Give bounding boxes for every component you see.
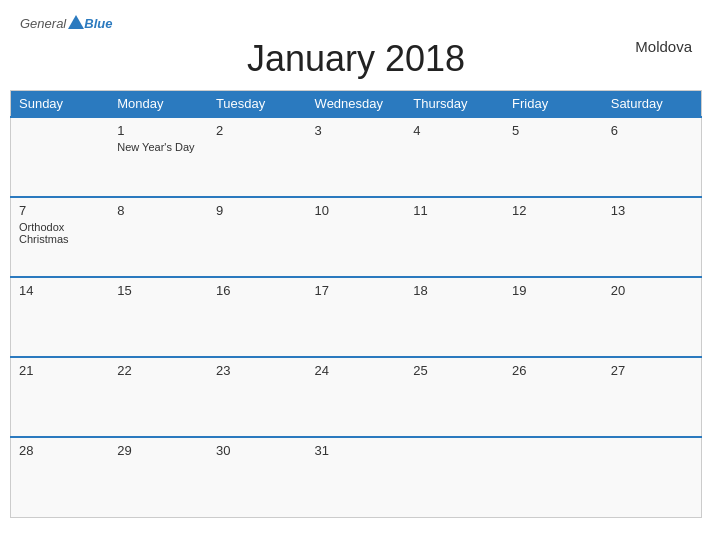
calendar-cell: 4 [405, 117, 504, 197]
calendar-cell: 6 [603, 117, 702, 197]
day-number: 23 [216, 363, 299, 378]
calendar-cell: 31 [307, 437, 406, 517]
logo: General Blue [20, 15, 112, 31]
calendar-cell: 21 [11, 357, 110, 437]
logo-blue: Blue [84, 16, 112, 31]
weekday-header-wednesday: Wednesday [307, 91, 406, 118]
calendar-cell: 26 [504, 357, 603, 437]
day-number: 29 [117, 443, 200, 458]
calendar-cell: 18 [405, 277, 504, 357]
calendar-cell: 1New Year's Day [109, 117, 208, 197]
country-label: Moldova [635, 38, 692, 55]
weekday-header-monday: Monday [109, 91, 208, 118]
day-number: 11 [413, 203, 496, 218]
calendar-cell: 30 [208, 437, 307, 517]
calendar-cell: 13 [603, 197, 702, 277]
calendar-cell: 23 [208, 357, 307, 437]
day-number: 9 [216, 203, 299, 218]
calendar-cell: 2 [208, 117, 307, 197]
day-number: 25 [413, 363, 496, 378]
calendar-cell [504, 437, 603, 517]
day-number: 21 [19, 363, 101, 378]
calendar-title: January 2018 [247, 38, 465, 80]
calendar-cell: 12 [504, 197, 603, 277]
day-number: 10 [315, 203, 398, 218]
day-number: 18 [413, 283, 496, 298]
day-number: 20 [611, 283, 693, 298]
calendar-cell: 22 [109, 357, 208, 437]
calendar-cell: 17 [307, 277, 406, 357]
day-number: 5 [512, 123, 595, 138]
calendar-cell: 16 [208, 277, 307, 357]
calendar-cell: 28 [11, 437, 110, 517]
day-number: 16 [216, 283, 299, 298]
weekday-header-sunday: Sunday [11, 91, 110, 118]
calendar-cell: 5 [504, 117, 603, 197]
day-number: 27 [611, 363, 693, 378]
calendar-cell: 11 [405, 197, 504, 277]
holiday-name: New Year's Day [117, 141, 200, 153]
day-number: 31 [315, 443, 398, 458]
calendar-week-row: 28293031 [11, 437, 702, 517]
day-number: 30 [216, 443, 299, 458]
calendar-cell [405, 437, 504, 517]
day-number: 28 [19, 443, 101, 458]
holiday-name: Orthodox Christmas [19, 221, 101, 245]
calendar-table: SundayMondayTuesdayWednesdayThursdayFrid… [10, 90, 702, 518]
weekday-header-tuesday: Tuesday [208, 91, 307, 118]
day-number: 24 [315, 363, 398, 378]
day-number: 4 [413, 123, 496, 138]
calendar-cell: 19 [504, 277, 603, 357]
weekday-header-saturday: Saturday [603, 91, 702, 118]
weekday-header-thursday: Thursday [405, 91, 504, 118]
day-number: 19 [512, 283, 595, 298]
calendar-week-row: 14151617181920 [11, 277, 702, 357]
calendar-week-row: 7Orthodox Christmas8910111213 [11, 197, 702, 277]
calendar-week-row: 21222324252627 [11, 357, 702, 437]
day-number: 12 [512, 203, 595, 218]
calendar-cell: 3 [307, 117, 406, 197]
calendar-cell: 24 [307, 357, 406, 437]
day-number: 15 [117, 283, 200, 298]
day-number: 17 [315, 283, 398, 298]
weekday-header-row: SundayMondayTuesdayWednesdayThursdayFrid… [11, 91, 702, 118]
calendar-cell: 29 [109, 437, 208, 517]
logo-triangle-icon [68, 15, 84, 29]
day-number: 7 [19, 203, 101, 218]
calendar-week-row: 1New Year's Day23456 [11, 117, 702, 197]
calendar-cell: 10 [307, 197, 406, 277]
calendar-cell: 9 [208, 197, 307, 277]
day-number: 6 [611, 123, 693, 138]
day-number: 14 [19, 283, 101, 298]
calendar-cell: 27 [603, 357, 702, 437]
calendar-cell: 14 [11, 277, 110, 357]
calendar-cell [603, 437, 702, 517]
day-number: 26 [512, 363, 595, 378]
day-number: 8 [117, 203, 200, 218]
day-number: 3 [315, 123, 398, 138]
day-number: 1 [117, 123, 200, 138]
calendar-cell: 7Orthodox Christmas [11, 197, 110, 277]
weekday-header-friday: Friday [504, 91, 603, 118]
calendar-cell: 25 [405, 357, 504, 437]
calendar-cell [11, 117, 110, 197]
day-number: 2 [216, 123, 299, 138]
day-number: 13 [611, 203, 693, 218]
calendar-cell: 20 [603, 277, 702, 357]
logo-general: General [20, 16, 66, 31]
calendar-cell: 15 [109, 277, 208, 357]
calendar-cell: 8 [109, 197, 208, 277]
day-number: 22 [117, 363, 200, 378]
